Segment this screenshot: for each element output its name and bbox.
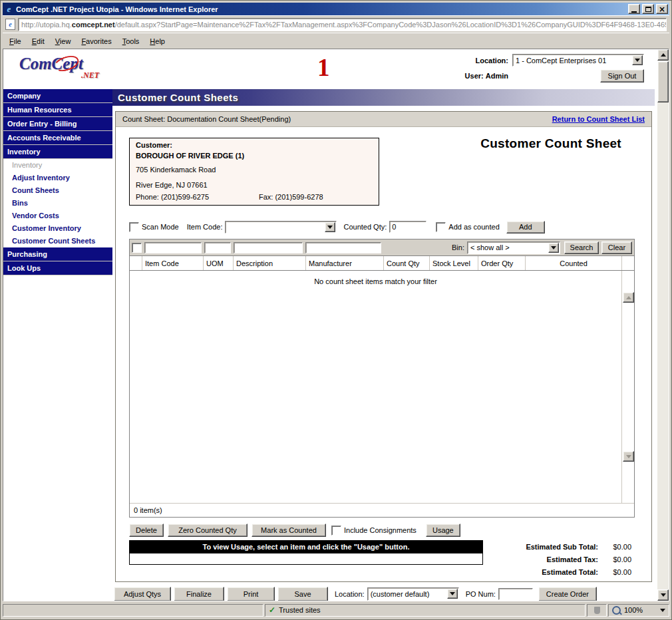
sidebar-subitem-customer-count-sheets[interactable]: Customer Count Sheets <box>3 235 112 247</box>
header-stock-level: Stock Level <box>429 256 478 270</box>
main-panel: Customer Count Sheets Count Sheet: Docum… <box>112 89 657 601</box>
scroll-up-icon <box>661 53 666 57</box>
table-header-row: Item Code UOM Description Manufacturer C… <box>130 256 634 271</box>
scroll-down-icon <box>626 455 631 458</box>
address-input[interactable]: http://utopia.hq.comcept.net/default.asp… <box>18 18 667 31</box>
count-sheet-frame: Count Sheet: Documentation Count Sheet(P… <box>115 111 652 582</box>
header-scroll-col <box>621 256 634 270</box>
sidebar-item-inventory[interactable]: Inventory <box>3 145 112 159</box>
url-rest: /default.aspx?StartPage=Maintenance%2FTa… <box>115 21 667 29</box>
sidebar-subitem-count-sheets[interactable]: Count Sheets <box>3 184 112 197</box>
filter-description-input[interactable] <box>234 242 303 253</box>
print-button[interactable]: Print <box>227 587 275 601</box>
bin-label: Bin: <box>452 243 464 251</box>
url-domain: comcept.net <box>72 21 115 29</box>
maximize-button[interactable] <box>642 4 654 14</box>
scroll-up-button[interactable] <box>657 49 669 61</box>
chevron-down-icon[interactable] <box>632 55 643 65</box>
customer-fax: Fax: (201)599-6278 <box>259 193 323 201</box>
sidebar-item-accounts-receivable[interactable]: Accounts Receivable <box>3 131 112 145</box>
zero-counted-qty-button[interactable]: Zero Counted Qty <box>168 524 248 537</box>
header-count-qty: Count Qty <box>383 256 429 270</box>
close-button[interactable] <box>656 4 668 14</box>
shield-icon <box>594 607 600 614</box>
po-num-input[interactable] <box>498 588 533 600</box>
footer-location-select-value: (customer default) <box>368 590 447 598</box>
sidebar-subitem-bins[interactable]: Bins <box>3 197 112 210</box>
add-as-counted-checkbox[interactable] <box>436 222 446 232</box>
clear-button[interactable]: Clear <box>601 241 632 254</box>
select-all-checkbox[interactable] <box>132 243 142 253</box>
create-order-button[interactable]: Create Order <box>538 587 597 601</box>
sub-total-label: Estimated Sub Total: <box>526 543 598 551</box>
items-table: Bin: < show all > Search Clear <box>129 239 635 518</box>
total-label: Estimated Total: <box>542 568 598 576</box>
scan-row: Scan Mode Item Code: Counted Qty: Add as… <box>129 220 651 233</box>
scroll-up-button[interactable] <box>623 292 634 303</box>
bin-select[interactable]: < show all > <box>467 241 560 254</box>
add-button[interactable]: Add <box>506 221 545 233</box>
sidebar-item-human-resources[interactable]: Human Resources <box>3 103 112 117</box>
filter-uom-input[interactable] <box>204 242 231 253</box>
total-value: $0.00 <box>598 568 631 576</box>
customer-label: Customer: <box>136 141 373 149</box>
finalize-button[interactable]: Finalize <box>174 587 224 601</box>
sign-out-button[interactable]: Sign Out <box>600 69 644 82</box>
web-page: ComCept .NET 1 Location: 1 - ComCept Ent… <box>3 49 657 601</box>
menu-help[interactable]: Help <box>144 35 170 48</box>
scrollbar-thumb[interactable] <box>657 61 669 102</box>
sidebar-item-look-ups[interactable]: Look Ups <box>3 261 112 275</box>
item-count: 0 item(s) <box>134 506 162 514</box>
chevron-down-icon[interactable] <box>548 243 559 253</box>
usage-hint-empty-row <box>130 553 482 564</box>
location-select[interactable]: 1 - ComCept Enterprises 01 <box>512 54 644 67</box>
item-code-select[interactable] <box>225 221 337 233</box>
return-to-count-sheet-list-link[interactable]: Return to Count Sheet List <box>552 115 645 123</box>
menu-view[interactable]: View <box>50 35 77 48</box>
save-button[interactable]: Save <box>277 587 328 601</box>
sidebar-subitem-customer-inventory[interactable]: Customer Inventory <box>3 222 112 235</box>
scroll-down-button[interactable] <box>623 451 634 462</box>
search-button[interactable]: Search <box>564 241 599 254</box>
sidebar-item-purchasing[interactable]: Purchasing <box>3 247 112 261</box>
include-consignments-label: Include Consignments <box>344 526 417 534</box>
filter-manufacturer-input[interactable] <box>305 242 381 253</box>
delete-button[interactable]: Delete <box>129 524 164 537</box>
footer-location-select[interactable]: (customer default) <box>367 587 459 601</box>
minimize-button[interactable] <box>628 4 640 14</box>
scan-mode-checkbox[interactable] <box>129 222 139 232</box>
sidebar-item-order-entry-billing[interactable]: Order Entry - Billing <box>3 117 112 131</box>
mark-as-counted-button[interactable]: Mark as Counted <box>252 524 326 537</box>
sidebar-subitem-vendor-costs[interactable]: Vendor Costs <box>3 210 112 222</box>
sidebar-item-company[interactable]: Company <box>3 89 112 103</box>
item-count-row: 0 item(s) <box>130 503 634 517</box>
zoom-chevron-icon[interactable] <box>660 609 665 612</box>
totals-block: Estimated Sub Total: $0.00 Estimated Tax… <box>526 540 631 578</box>
sidebar-subitem-inventory: Inventory <box>3 159 112 172</box>
url-prefix: http://utopia.hq. <box>21 21 72 29</box>
chevron-down-icon[interactable] <box>325 222 335 232</box>
usage-button[interactable]: Usage <box>426 524 460 537</box>
user-label: User: Admin <box>465 72 508 80</box>
menu-tools[interactable]: Tools <box>117 35 145 48</box>
check-icon <box>269 606 275 614</box>
adjust-qtys-button[interactable]: Adjust Qtys <box>114 587 171 601</box>
minimize-icon <box>631 11 637 13</box>
counted-qty-input[interactable] <box>389 221 426 233</box>
zoom-panel[interactable]: 100% <box>608 604 669 617</box>
menu-file[interactable]: File <box>4 35 27 48</box>
chevron-down-icon[interactable] <box>447 589 458 599</box>
scroll-down-button[interactable] <box>657 589 669 601</box>
header-description: Description <box>233 256 305 270</box>
location-label: Location: <box>476 57 509 65</box>
menu-bar: File Edit View Favorites Tools Help <box>3 33 669 49</box>
sidebar-subitem-adjust-inventory[interactable]: Adjust Inventory <box>3 172 112 184</box>
filter-item-code-input[interactable] <box>144 242 202 253</box>
menu-edit[interactable]: Edit <box>27 35 50 48</box>
sheet-info-text: Count Sheet: Documentation Count Sheet(P… <box>122 115 291 123</box>
tax-value: $0.00 <box>598 555 631 563</box>
menu-favorites[interactable]: Favorites <box>76 35 116 48</box>
include-consignments-checkbox[interactable] <box>331 526 341 536</box>
browser-scrollbar[interactable] <box>657 49 669 601</box>
table-scrollbar[interactable] <box>621 271 634 503</box>
